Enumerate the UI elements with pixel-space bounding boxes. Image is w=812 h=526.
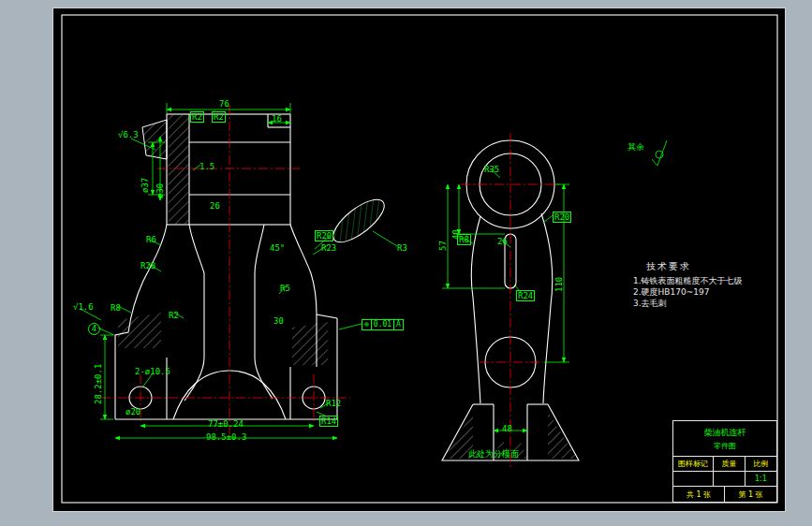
part-title: 柴油机连杆 <box>704 427 746 439</box>
front-view <box>81 103 397 442</box>
sheet-total: 共 1 张 <box>673 487 725 502</box>
col-label-scale: 比例 <box>746 457 776 471</box>
mark-value <box>673 472 714 486</box>
part-subtitle: 零件图 <box>714 441 736 451</box>
tech-requirement-item: 3.去毛刺 <box>633 298 743 309</box>
section-hatch <box>494 438 510 459</box>
tech-requirements-list: 1.铸铁表面粗糙度不大于七级2.硬度HB170~1973.去毛刺 <box>633 275 743 309</box>
title-block-header-row: 图样标记 质量 比例 <box>673 457 776 472</box>
removed-section <box>327 192 391 249</box>
tech-requirement-item: 2.硬度HB170~197 <box>633 286 743 298</box>
scale-value: 1:1 <box>746 472 776 486</box>
col-label-mark: 图样标记 <box>673 457 714 471</box>
section-hatch <box>142 120 167 159</box>
app-background: 7616R2R21.526ø37ø30R6R28R8R245°R20R23R53… <box>0 0 812 526</box>
side-view <box>442 133 579 468</box>
mass-value <box>714 472 745 486</box>
sheet-number: 第 1 张 <box>725 487 776 502</box>
section-hatch <box>548 412 577 459</box>
surface-finish-symbol <box>652 140 667 166</box>
title-block: 柴油机连杆 零件图 图样标记 质量 比例 1:1 共 1 张 第 1 张 <box>672 420 777 503</box>
centerlines <box>461 133 562 468</box>
title-block-name: 柴油机连杆 零件图 <box>673 421 776 457</box>
section-hatch <box>444 412 473 459</box>
section-hatch <box>169 115 189 224</box>
tech-requirements-title: 技术要求 <box>646 261 743 272</box>
section-hatch <box>292 322 328 365</box>
centerlines <box>101 105 350 442</box>
dimension-lines <box>442 168 569 431</box>
section-hatch <box>118 313 161 348</box>
tech-requirement-item: 1.铸铁表面粗糙度不大于七级 <box>633 275 743 286</box>
technical-requirements: 技术要求 1.铸铁表面粗糙度不大于七级2.硬度HB170~1973.去毛刺 <box>633 261 743 309</box>
col-label-mass: 质量 <box>714 457 745 471</box>
title-block-sheet-row: 共 1 张 第 1 张 <box>673 487 776 502</box>
section-hatch <box>510 438 527 459</box>
dimension-lines <box>81 103 397 438</box>
drawing-frame <box>62 15 777 503</box>
title-block-value-row: 1:1 <box>673 472 776 487</box>
